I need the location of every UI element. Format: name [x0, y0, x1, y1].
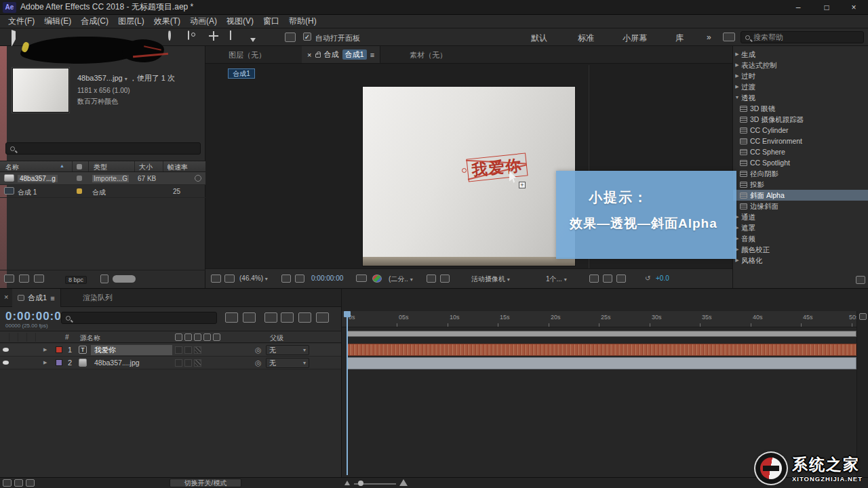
- expand-layers-icon[interactable]: [3, 479, 12, 487]
- effect-group[interactable]: ▶音频: [733, 233, 868, 244]
- project-search-field[interactable]: [5, 142, 201, 155]
- audio-column-icon[interactable]: [10, 333, 18, 342]
- twirl-icon[interactable]: ▶: [733, 81, 741, 92]
- fx-icon[interactable]: [184, 333, 192, 341]
- column-type[interactable]: 类型: [94, 163, 107, 172]
- pen-tool-icon[interactable]: [247, 31, 259, 43]
- workspace-small-screen[interactable]: 小屏幕: [623, 33, 647, 44]
- twirl-icon[interactable]: ▼: [733, 92, 741, 103]
- switch-box[interactable]: [194, 359, 201, 367]
- twirl-icon[interactable]: ▶: [733, 49, 741, 60]
- visibility-eye-icon[interactable]: [3, 348, 9, 352]
- bit-depth-button[interactable]: 8 bpc: [65, 276, 87, 284]
- text-layer-selection[interactable]: 我爱你 +: [467, 156, 528, 182]
- effect-item[interactable]: 边缘斜面: [733, 201, 868, 211]
- graph-editor-icon[interactable]: [316, 312, 329, 323]
- visibility-eye-icon[interactable]: [3, 361, 9, 365]
- maximize-icon[interactable]: □: [815, 0, 838, 15]
- resolution-select[interactable]: (二分.. ▾: [389, 274, 413, 284]
- workspace-standard[interactable]: 标准: [578, 33, 594, 44]
- menu-help[interactable]: 帮助(H): [289, 16, 317, 27]
- always-preview-icon[interactable]: [211, 274, 221, 283]
- row-label-dot[interactable]: [77, 176, 82, 181]
- grid-guides-icon[interactable]: [589, 274, 599, 283]
- twirl-icon[interactable]: ▶: [733, 70, 741, 81]
- footage-preview-thumbnail[interactable]: [12, 68, 69, 113]
- view-layout-select[interactable]: 1个... ▾: [546, 274, 567, 284]
- mask-shape-tool-icon[interactable]: [228, 31, 240, 43]
- menu-animation[interactable]: 动画(A): [190, 16, 217, 27]
- scroll-thumb[interactable]: [113, 275, 136, 283]
- layer-color-swatch[interactable]: [56, 359, 62, 366]
- tab-close-icon[interactable]: ×: [307, 51, 311, 59]
- column-number[interactable]: #: [65, 333, 69, 341]
- menu-composition[interactable]: 合成(C): [81, 16, 108, 27]
- region-of-interest-icon[interactable]: [295, 274, 304, 283]
- switch-box[interactable]: [175, 359, 182, 367]
- snapshot-camera-icon[interactable]: [356, 274, 367, 282]
- effect-group[interactable]: ▶表达式控制: [733, 60, 868, 70]
- panel-corner-icon[interactable]: [856, 276, 865, 284]
- tab-layer-viewer[interactable]: 图层（无）: [222, 47, 273, 64]
- effect-group[interactable]: ▶颜色校正: [733, 244, 868, 255]
- zoom-in-mountain-icon[interactable]: [399, 479, 408, 486]
- effect-item[interactable]: CC Spotlight: [733, 157, 868, 168]
- parent-dropdown[interactable]: 无▾: [266, 358, 309, 368]
- interpret-footage-icon[interactable]: [4, 274, 14, 283]
- label-column-icon[interactable]: [77, 164, 82, 169]
- timeline-options-icon[interactable]: [26, 479, 35, 487]
- toggle-switches-modes-button[interactable]: 切换开关/模式: [170, 479, 241, 487]
- help-search-field[interactable]: 搜索帮助: [741, 31, 864, 43]
- brush-tool-icon[interactable]: [266, 31, 278, 43]
- hide-shy-layers-icon[interactable]: [264, 312, 277, 323]
- pan-behind-tool-icon[interactable]: [208, 31, 220, 43]
- effect-group[interactable]: ▶遮罩: [733, 222, 868, 233]
- layer-bar-2[interactable]: [347, 357, 856, 369]
- viewer-timecode[interactable]: 0:00:00:00: [311, 274, 343, 282]
- auto-open-panels-checkbox[interactable]: ✓: [303, 33, 311, 41]
- selection-tool-icon[interactable]: [8, 31, 20, 43]
- exposure-reset-icon[interactable]: ↺: [645, 274, 650, 282]
- solo-column-icon[interactable]: [19, 333, 27, 342]
- effect-group[interactable]: ▶生成: [733, 49, 868, 60]
- exposure-value[interactable]: +0.0: [656, 274, 669, 282]
- draft-3d-icon[interactable]: [243, 312, 256, 323]
- switch-box[interactable]: [184, 359, 192, 367]
- effect-item-bevel-alpha[interactable]: 斜面 Alpha: [733, 190, 868, 201]
- workspace-library[interactable]: 库: [675, 33, 684, 44]
- composition-mini-flowchart-icon[interactable]: [225, 312, 238, 323]
- tab-menu-icon[interactable]: ≡: [50, 294, 54, 302]
- column-framerate[interactable]: 帧速率: [167, 163, 188, 172]
- trkmat-icon[interactable]: [203, 333, 211, 341]
- twirl-icon[interactable]: ▶: [733, 60, 741, 70]
- parent-pickwhip-icon[interactable]: ◎: [255, 359, 262, 367]
- layer-row-2[interactable]: ▶ 2 48ba357....jpg ◎ 无▾: [0, 357, 341, 369]
- timeline-search-field[interactable]: [61, 312, 217, 324]
- layer-name[interactable]: 我爱你: [91, 345, 172, 355]
- menu-file[interactable]: 文件(F): [8, 16, 35, 27]
- trash-icon[interactable]: [100, 274, 108, 283]
- channel-rgb-icon[interactable]: [372, 274, 382, 283]
- close-icon[interactable]: ×: [842, 0, 865, 15]
- cc-libraries-icon[interactable]: [723, 33, 735, 41]
- tab-render-queue[interactable]: 渲染队列: [76, 289, 119, 307]
- effect-item[interactable]: 径向阴影: [733, 168, 868, 179]
- switches-icon[interactable]: [175, 333, 182, 341]
- camera-select[interactable]: 活动摄像机 ▾: [471, 274, 510, 284]
- column-source-name[interactable]: 源名称: [80, 333, 100, 343]
- effect-group[interactable]: ▶通道: [733, 211, 868, 222]
- parent-pickwhip-icon[interactable]: ◎: [255, 346, 262, 354]
- anchor-point-icon[interactable]: [462, 168, 467, 173]
- effect-item[interactable]: 3D 摄像机跟踪器: [733, 114, 868, 125]
- menu-view[interactable]: 视图(V): [226, 16, 254, 27]
- effect-item[interactable]: 投影: [733, 179, 868, 190]
- workspace-overflow-icon[interactable]: »: [707, 33, 711, 42]
- twirl-icon[interactable]: ▶: [43, 360, 47, 365]
- collapse-layers-icon[interactable]: [14, 479, 23, 487]
- footage-caret-icon[interactable]: ▾: [125, 76, 127, 82]
- timeline-nav-icon[interactable]: [616, 274, 626, 283]
- effect-item[interactable]: CC Sphere: [733, 146, 868, 157]
- effect-group-perspective[interactable]: ▼透视: [733, 92, 868, 103]
- menu-effect[interactable]: 效果(T): [154, 16, 180, 27]
- zoom-level-select[interactable]: (46.4%) ▾: [239, 274, 268, 282]
